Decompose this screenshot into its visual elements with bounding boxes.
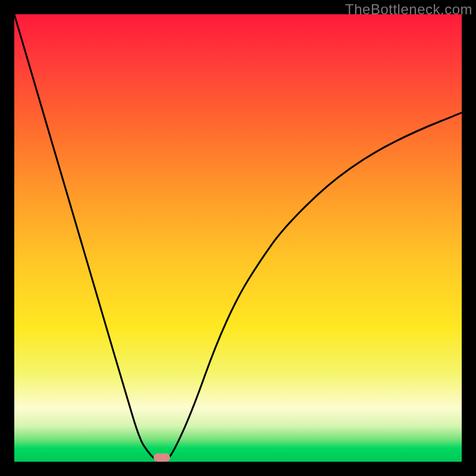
attribution-text: TheBottleneck.com (345, 1, 472, 18)
plot-area (14, 14, 462, 462)
optimum-marker (154, 453, 170, 462)
bottleneck-curve (14, 14, 462, 462)
curve-svg (14, 14, 462, 462)
chart-frame: TheBottleneck.com (0, 0, 476, 476)
